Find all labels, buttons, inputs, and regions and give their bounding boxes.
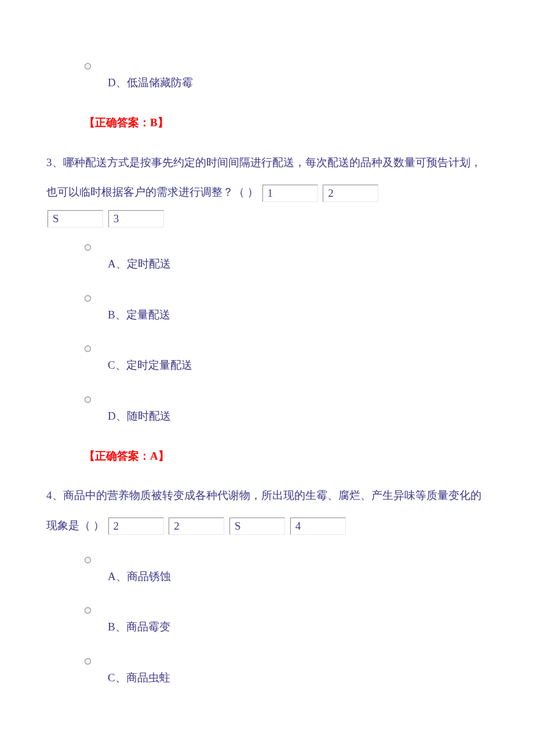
q4-option-c[interactable]: C、商品虫蛀	[84, 653, 487, 692]
code-box: 2	[323, 185, 378, 202]
q3-option-a[interactable]: A、定时配送	[84, 239, 487, 278]
q4-option-a[interactable]: A、商品锈蚀	[84, 552, 487, 590]
q3-option-b[interactable]: B、定量配送	[84, 290, 487, 329]
code-box: 2	[169, 518, 224, 535]
option-label: C、商品虫蛀	[108, 653, 170, 692]
radio-unchecked-icon	[84, 396, 92, 403]
question-text: 4、商品中的营养物质被转变成各种代谢物，所出现的生霉、腐烂、产生异味等质量变化的…	[46, 480, 487, 540]
radio-unchecked-icon	[84, 556, 92, 564]
svg-point-6	[85, 608, 91, 614]
code-box: 2	[108, 518, 164, 535]
svg-point-4	[85, 397, 91, 402]
svg-point-7	[85, 658, 91, 664]
radio-unchecked-icon	[84, 658, 92, 665]
q3-option-c[interactable]: C、定时定量配送	[84, 340, 487, 379]
q4-option-b[interactable]: B、商品霉变	[84, 602, 487, 641]
question-4: 4、商品中的营养物质被转变成各种代谢物，所出现的生霉、腐烂、产生异味等质量变化的…	[46, 480, 487, 692]
code-box: S	[48, 210, 103, 227]
svg-point-2	[85, 295, 91, 301]
question-3: 3、哪种配送方式是按事先约定的时间间隔进行配送，每次配送的品种及数量可预告计划，…	[46, 148, 487, 471]
q2-correct-answer: 【正确答案：B】	[84, 108, 487, 137]
option-label: C、定时定量配送	[108, 340, 192, 379]
code-box: S	[229, 518, 285, 535]
code-box: 3	[108, 210, 164, 227]
code-box: 1	[262, 185, 318, 202]
radio-unchecked-icon	[84, 607, 92, 614]
radio-unchecked-icon	[84, 244, 92, 251]
svg-point-1	[85, 245, 91, 251]
svg-point-5	[85, 557, 91, 563]
option-label: A、商品锈蚀	[108, 552, 171, 590]
question-text: 3、哪种配送方式是按事先约定的时间间隔进行配送，每次配送的品种及数量可预告计划，…	[46, 148, 487, 207]
option-label: D、低温储藏防霉	[108, 58, 193, 97]
radio-unchecked-icon	[84, 295, 92, 302]
q3-option-d[interactable]: D、随时配送	[84, 391, 487, 430]
q2-option-d[interactable]: D、低温储藏防霉	[84, 58, 487, 97]
option-label: B、商品霉变	[108, 602, 170, 641]
svg-point-3	[85, 346, 91, 352]
radio-unchecked-icon	[84, 345, 92, 353]
radio-unchecked-icon	[84, 63, 92, 70]
option-label: B、定量配送	[108, 290, 170, 329]
q3-correct-answer: 【正确答案：A】	[84, 442, 487, 470]
option-label: A、定时配送	[108, 239, 171, 278]
svg-point-0	[85, 64, 91, 69]
option-label: D、随时配送	[108, 391, 171, 430]
code-box: 4	[290, 518, 346, 535]
